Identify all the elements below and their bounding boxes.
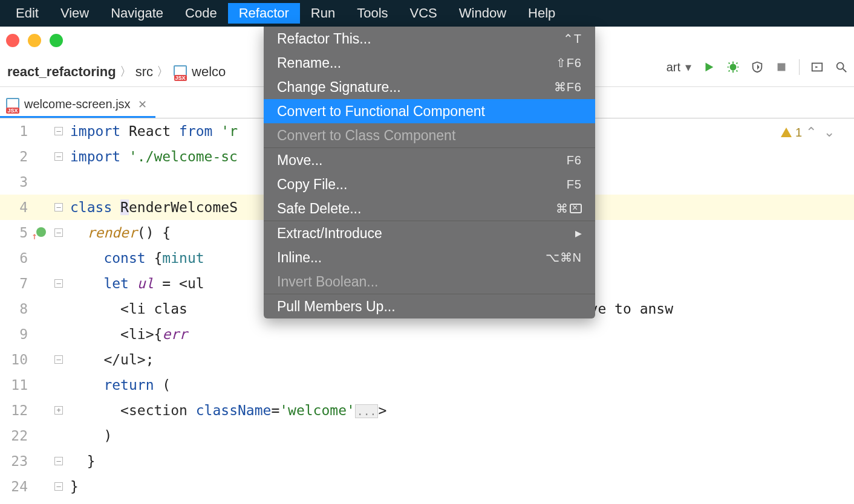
menu-item-inline[interactable]: Inline...⌥⌘N (264, 245, 595, 270)
chevron-down-icon: ▾ (685, 60, 691, 74)
shortcut-label: F6 (567, 153, 582, 167)
shortcut-label: ⇧F6 (556, 56, 582, 70)
line-number-gutter: 12345↑6789101112222324 (0, 118, 53, 504)
menu-item-label: Refactor This... (277, 31, 371, 47)
zoom-window-button[interactable] (50, 34, 63, 47)
line-number: 6 (0, 245, 28, 271)
fold-toggle-icon[interactable]: – (54, 279, 63, 288)
menu-item-convert-to-class-component: Convert to Class Component (264, 123, 595, 147)
fold-toggle-icon[interactable]: + (54, 406, 63, 415)
line-number: 8 (0, 296, 28, 321)
close-window-button[interactable] (6, 34, 19, 47)
line-number: 2 (0, 144, 28, 169)
menubar-item-help[interactable]: Help (517, 3, 566, 24)
menu-item-label: Pull Members Up... (277, 299, 396, 315)
line-number: 23 (0, 448, 28, 474)
svg-point-0 (730, 64, 737, 71)
fold-toggle-icon[interactable]: – (54, 355, 63, 364)
code-line[interactable]: <li>{err (70, 321, 854, 347)
menubar-item-view[interactable]: View (50, 3, 100, 24)
code-line[interactable]: } (70, 448, 854, 474)
line-number: 10 (0, 347, 28, 372)
line-number: 5↑ (0, 220, 28, 245)
menu-item-label: Change Signature... (277, 79, 401, 95)
fold-toggle-icon[interactable]: – (54, 203, 63, 212)
tab-welcome-screen[interactable]: welcome-screen.jsx ✕ (0, 92, 155, 118)
menu-item-label: Rename... (277, 55, 341, 71)
gutter-icon[interactable] (36, 227, 46, 237)
svg-rect-1 (778, 63, 786, 71)
code-line[interactable]: ) (70, 423, 854, 448)
line-number: 12 (0, 398, 28, 423)
menu-item-extract-introduce[interactable]: Extract/Introduce▶ (264, 221, 595, 245)
shortcut-label: ⌃T (563, 31, 582, 46)
menubar-item-vcs[interactable]: VCS (399, 3, 448, 24)
menu-item-change-signature[interactable]: Change Signature...⌘F6 (264, 75, 595, 99)
debug-icon[interactable] (726, 60, 740, 74)
menu-item-rename[interactable]: Rename...⇧F6 (264, 51, 595, 75)
code-line[interactable]: <section className='welcome'...> (70, 398, 854, 423)
shortcut-label: F5 (567, 178, 582, 192)
tab-label: welcome-screen.jsx (24, 97, 131, 111)
fold-toggle-icon[interactable]: – (54, 228, 63, 237)
breadcrumb: react_refactoring 〉 src 〉 welco (7, 63, 226, 80)
jsx-file-icon (172, 64, 188, 80)
coverage-icon[interactable] (751, 60, 764, 74)
menu-item-copy-file[interactable]: Copy File...F5 (264, 172, 595, 196)
menu-item-label: Convert to Functional Component (277, 103, 485, 120)
menu-item-move[interactable]: Move...F6 (264, 148, 595, 172)
menu-item-label: Extract/Introduce (277, 225, 382, 242)
fold-column: ––––––+–– (53, 118, 67, 504)
main-menubar: EditViewNavigateCodeRefactorRunToolsVCSW… (0, 0, 854, 27)
breadcrumb-file-label: welco (192, 64, 226, 80)
fold-toggle-icon[interactable]: – (54, 152, 63, 161)
menubar-item-refactor[interactable]: Refactor (228, 3, 300, 24)
menu-item-label: Move... (277, 152, 322, 169)
menu-item-label: Inline... (277, 250, 322, 266)
menubar-item-navigate[interactable]: Navigate (100, 3, 174, 24)
code-line[interactable]: </ul>; (70, 347, 854, 372)
refactor-menu: Refactor This...⌃TRename...⇧F6Change Sig… (264, 27, 595, 318)
menu-item-label: Convert to Class Component (277, 128, 455, 144)
shortcut-label: ⌥⌘N (546, 250, 582, 265)
breadcrumb-project[interactable]: react_refactoring (7, 64, 116, 80)
menubar-item-run[interactable]: Run (300, 3, 346, 24)
submenu-arrow-icon: ▶ (575, 228, 582, 238)
close-tab-icon[interactable]: ✕ (138, 98, 147, 111)
breadcrumb-folder[interactable]: src (135, 64, 153, 80)
search-icon[interactable] (835, 60, 848, 74)
code-line[interactable]: } (70, 474, 854, 499)
menu-item-safe-delete[interactable]: Safe Delete...⌘ (264, 196, 595, 221)
menu-item-label: Invert Boolean... (277, 274, 379, 290)
menu-item-invert-boolean: Invert Boolean... (264, 270, 595, 294)
minimize-window-button[interactable] (28, 34, 41, 47)
fold-toggle-icon[interactable]: – (54, 482, 63, 491)
shortcut-label: ⌘F6 (554, 80, 582, 94)
run-configuration-selector[interactable]: art ▾ (667, 60, 691, 74)
run-toolbar: art ▾ (667, 59, 848, 75)
separator (799, 59, 800, 75)
fold-toggle-icon[interactable]: – (54, 127, 63, 135)
menubar-item-tools[interactable]: Tools (346, 3, 399, 24)
menu-item-convert-to-functional-component[interactable]: Convert to Functional Component (264, 99, 595, 123)
menubar-item-edit[interactable]: Edit (5, 3, 50, 24)
line-number: 7 (0, 271, 28, 296)
line-number: 4 (0, 195, 28, 220)
stop-icon[interactable] (775, 60, 788, 74)
menubar-item-window[interactable]: Window (448, 3, 517, 24)
menu-item-pull-members-up[interactable]: Pull Members Up... (264, 294, 595, 318)
menu-item-refactor-this[interactable]: Refactor This...⌃T (264, 27, 595, 51)
run-icon[interactable] (702, 60, 715, 74)
gutter-arrow-icon: ↑ (31, 224, 37, 249)
run-target-icon[interactable] (810, 60, 824, 74)
svg-point-3 (837, 63, 844, 69)
breadcrumb-file[interactable]: welco (172, 64, 226, 80)
line-number: 3 (0, 169, 28, 195)
line-number: 11 (0, 372, 28, 398)
line-number: 1 (0, 118, 28, 144)
fold-toggle-icon[interactable]: – (54, 457, 63, 465)
jsx-file-icon (5, 97, 21, 112)
line-number: 22 (0, 423, 28, 448)
menubar-item-code[interactable]: Code (174, 3, 228, 24)
code-line[interactable]: return ( (70, 372, 854, 398)
